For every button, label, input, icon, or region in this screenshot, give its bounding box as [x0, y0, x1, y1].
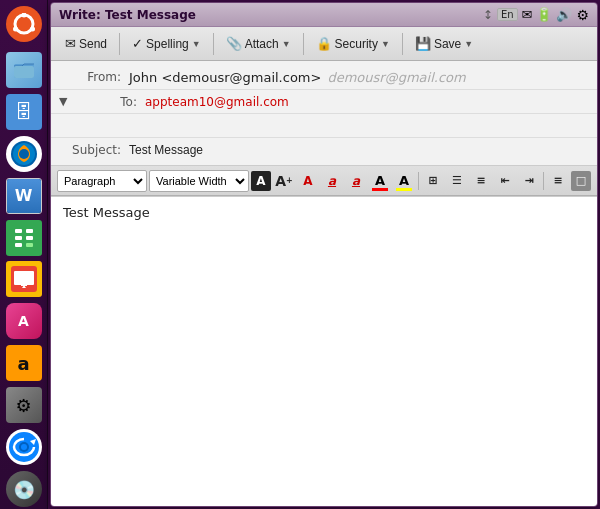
sidebar-icon-system-config[interactable]: ⚙️ [4, 385, 44, 425]
sidebar-icon-disk[interactable]: 💿 [4, 469, 44, 509]
volume-icon: 🔊 [556, 7, 572, 22]
font-size-larger-button[interactable]: A+ [273, 170, 295, 192]
svg-rect-8 [11, 225, 37, 251]
to-email-value: appteam10@gmail.com [145, 95, 289, 109]
toolbar-separator-3 [303, 33, 304, 55]
sidebar-icon-thunderbird[interactable] [4, 427, 44, 467]
font-color-a-button[interactable]: A [369, 170, 391, 192]
font-highlight-button[interactable]: A [393, 170, 415, 192]
toolbar-separator-1 [119, 33, 120, 55]
subject-input[interactable] [129, 142, 589, 158]
sidebar-icon-appstore[interactable]: A [4, 301, 44, 341]
mail-status-icon: ✉ [522, 7, 533, 22]
sort-icon: ↕ [483, 8, 493, 22]
send-button[interactable]: ✉ Send [57, 32, 115, 55]
save-icon: 💾 [415, 36, 431, 51]
svg-rect-9 [15, 229, 22, 233]
unordered-list-button[interactable]: ☰ [446, 170, 468, 192]
attach-icon: 📎 [226, 36, 242, 51]
compose-header: From: John <demousr@gmail.com> demousr@g… [51, 61, 597, 166]
svg-rect-18 [21, 285, 27, 286]
font-color-button[interactable]: A [251, 171, 271, 191]
svg-point-21 [21, 444, 27, 450]
security-lock-icon: 🔒 [316, 36, 332, 51]
titlebar: Write: Test Message ↕ En ✉ 🔋 🔊 ⚙ [51, 3, 597, 27]
sidebar-icon-ubuntu[interactable] [4, 4, 44, 44]
svg-rect-16 [14, 271, 34, 285]
format-toolbar: Paragraph Variable Width A A+ A a a A A … [51, 166, 597, 196]
svg-rect-5 [14, 66, 34, 78]
titlebar-controls: ↕ En ✉ 🔋 🔊 ⚙ [483, 7, 589, 23]
taskbar: 🗄 W A a ⚙️ [0, 0, 48, 509]
language-badge[interactable]: En [497, 8, 518, 21]
attach-dropdown-arrow: ▼ [282, 39, 291, 49]
main-toolbar: ✉ Send ✓ Spelling ▼ 📎 Attach ▼ 🔒 Securit… [51, 27, 597, 61]
from-name: John <demousr@gmail.com> [129, 70, 321, 85]
expand-to-arrow[interactable]: ▼ [59, 95, 75, 108]
svg-rect-11 [15, 236, 22, 240]
svg-point-0 [15, 15, 33, 33]
indent-button[interactable]: ⇥ [518, 170, 540, 192]
sidebar-icon-firefox[interactable] [4, 134, 44, 174]
security-button[interactable]: 🔒 Security ▼ [308, 32, 398, 55]
format-separator-2 [543, 172, 544, 190]
spelling-dropdown-arrow: ▼ [192, 39, 201, 49]
format-separator-1 [418, 172, 419, 190]
insert-object-button[interactable]: □ [571, 171, 591, 191]
sidebar-icon-amazon[interactable]: a [4, 343, 44, 383]
message-body[interactable]: Test Message [51, 196, 597, 506]
italic-button[interactable]: a [321, 170, 343, 192]
to-label: To: [75, 95, 145, 109]
settings-gear-icon[interactable]: ⚙ [576, 7, 589, 23]
spelling-check-icon: ✓ [132, 36, 143, 51]
security-dropdown-arrow: ▼ [381, 39, 390, 49]
sidebar-icon-impress[interactable] [4, 260, 44, 300]
svg-rect-10 [26, 229, 33, 233]
attach-button[interactable]: 📎 Attach ▼ [218, 32, 299, 55]
svg-point-2 [30, 26, 35, 31]
main-window: Write: Test Message ↕ En ✉ 🔋 🔊 ⚙ ✉ Send … [50, 2, 598, 507]
align-button[interactable]: ≡ [547, 170, 569, 192]
svg-point-1 [21, 13, 26, 18]
subject-label: Subject: [59, 143, 129, 157]
spelling-button[interactable]: ✓ Spelling ▼ [124, 32, 209, 55]
battery-icon: 🔋 [536, 7, 552, 22]
ordered-list-button[interactable]: ≡ [470, 170, 492, 192]
sidebar-icon-writer[interactable]: W [4, 176, 44, 216]
svg-point-3 [13, 26, 18, 31]
toolbar-separator-2 [213, 33, 214, 55]
svg-rect-12 [26, 236, 33, 240]
outdent-button[interactable]: ⇤ [494, 170, 516, 192]
save-dropdown-arrow: ▼ [464, 39, 473, 49]
svg-point-7 [19, 149, 29, 159]
from-field-area: John <demousr@gmail.com> demousr@gmail.c… [129, 70, 466, 85]
sidebar-icon-nautilus[interactable]: 🗄 [4, 92, 44, 132]
to-row: ▼ To: appteam10@gmail.com [51, 89, 597, 113]
window-title: Write: Test Message [59, 8, 196, 22]
body-text-content: Test Message [63, 205, 585, 220]
subject-row: Subject: [51, 137, 597, 161]
cc-bcc-row [51, 113, 597, 135]
font-width-select[interactable]: Variable Width [149, 170, 249, 192]
bold-button[interactable]: A [297, 170, 319, 192]
underline-a-button[interactable]: a [345, 170, 367, 192]
toolbar-separator-4 [402, 33, 403, 55]
sidebar-icon-files[interactable] [4, 50, 44, 90]
svg-rect-13 [15, 243, 22, 247]
save-button[interactable]: 💾 Save ▼ [407, 32, 481, 55]
paragraph-style-select[interactable]: Paragraph [57, 170, 147, 192]
send-icon: ✉ [65, 36, 76, 51]
to-field-area[interactable]: appteam10@gmail.com [145, 95, 589, 109]
svg-rect-14 [26, 243, 33, 247]
from-label: From: [59, 70, 129, 84]
sidebar-icon-calc[interactable] [4, 218, 44, 258]
from-ghost-email: demousr@gmail.com [327, 70, 465, 85]
from-row: From: John <demousr@gmail.com> demousr@g… [51, 65, 597, 89]
insert-table-button[interactable]: ⊞ [422, 170, 444, 192]
